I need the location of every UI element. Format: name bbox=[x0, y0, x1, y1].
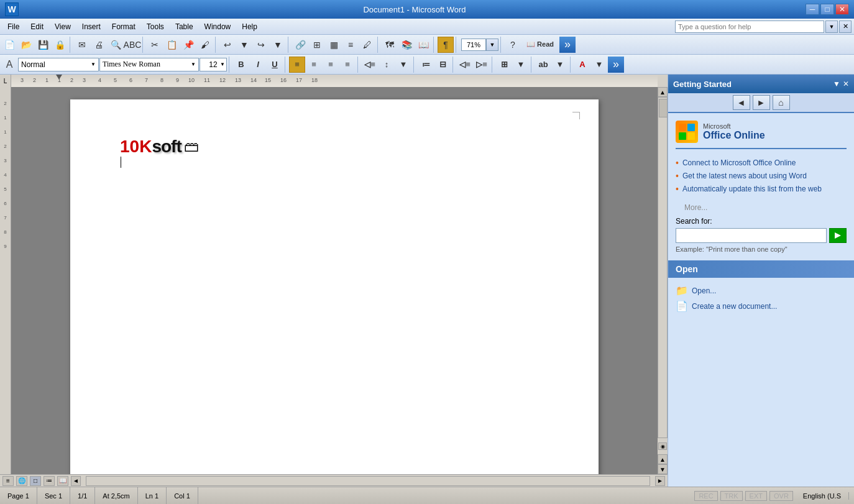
scroll-right-button[interactable]: ► bbox=[655, 476, 665, 486]
reading-view-button[interactable]: 📖 bbox=[57, 476, 68, 486]
panel-search-input[interactable] bbox=[676, 228, 827, 243]
outdent-button[interactable]: ◁≡ bbox=[362, 57, 378, 73]
expand-button[interactable]: » bbox=[559, 37, 576, 53]
scroll-thumb[interactable] bbox=[659, 99, 668, 117]
connect-link[interactable]: • Connect to Microsoft Office Online bbox=[676, 157, 847, 170]
help-dropdown-button[interactable]: ▼ bbox=[825, 21, 838, 33]
map-button[interactable]: 🗺 bbox=[382, 37, 398, 53]
new-document-button[interactable]: 📄 bbox=[1, 37, 17, 53]
menu-edit[interactable]: Edit bbox=[25, 21, 48, 32]
panel-forward-button[interactable]: ► bbox=[753, 95, 770, 110]
decrease-indent-button[interactable]: ◁≡ bbox=[457, 57, 473, 73]
underline-button[interactable]: U bbox=[267, 57, 283, 73]
bold-button[interactable]: B bbox=[233, 57, 249, 73]
reading-button[interactable]: 📖 bbox=[415, 37, 431, 53]
document-scroll-area[interactable]: 10K soft 🗃 bbox=[11, 87, 658, 474]
news-link[interactable]: • Get the latest news about using Word bbox=[676, 170, 847, 183]
menu-insert[interactable]: Insert bbox=[77, 21, 106, 32]
drawing-button[interactable]: 🖊 bbox=[359, 37, 375, 53]
spelling-button[interactable]: ABC bbox=[124, 37, 140, 53]
redo-button[interactable]: ↪ bbox=[253, 37, 269, 53]
zoom-input[interactable] bbox=[461, 39, 486, 51]
panel-home-button[interactable]: ⌂ bbox=[773, 95, 790, 110]
line-spacing-dropdown[interactable]: ▼ bbox=[395, 57, 411, 73]
bullets-button[interactable]: ≔ bbox=[418, 57, 434, 73]
save-button[interactable]: 💾 bbox=[35, 37, 51, 53]
align-right-button[interactable]: ≡ bbox=[323, 57, 339, 73]
scroll-left-button[interactable]: ◄ bbox=[71, 476, 81, 486]
show-formatting-marks-button[interactable]: ¶ bbox=[438, 37, 454, 53]
open-button[interactable]: 📂 bbox=[18, 37, 34, 53]
menu-window[interactable]: Window bbox=[200, 21, 236, 32]
open-file-link[interactable]: 📁 Open... bbox=[676, 283, 847, 298]
menu-tools[interactable]: Tools bbox=[142, 21, 169, 32]
print-preview-button[interactable]: 🔍 bbox=[108, 37, 124, 53]
font-dropdown[interactable]: Times New Roman bbox=[99, 58, 199, 71]
horizontal-scrollbar[interactable] bbox=[86, 476, 650, 486]
email-button[interactable]: ✉ bbox=[74, 37, 90, 53]
redo-dropdown-button[interactable]: ▼ bbox=[270, 37, 286, 53]
menu-file[interactable]: File bbox=[2, 21, 24, 32]
fmt-expand-button[interactable]: » bbox=[608, 57, 624, 73]
research-button[interactable]: 📚 bbox=[398, 37, 415, 53]
outline-view-button[interactable]: ≔ bbox=[44, 476, 55, 486]
style-dropdown[interactable]: Normal bbox=[18, 58, 99, 71]
print-button[interactable]: 🖨 bbox=[91, 37, 107, 53]
align-center-button[interactable]: ≡ bbox=[306, 57, 322, 73]
borders-dropdown[interactable]: ▼ bbox=[513, 57, 529, 73]
numbering-button[interactable]: ⊟ bbox=[434, 57, 451, 73]
help-search-input[interactable] bbox=[675, 21, 824, 33]
menu-view[interactable]: View bbox=[50, 21, 76, 32]
menu-help[interactable]: Help bbox=[237, 21, 262, 32]
scroll-track[interactable] bbox=[658, 97, 668, 438]
read-button[interactable]: 📖 Read bbox=[521, 37, 559, 53]
search-go-button[interactable] bbox=[829, 228, 847, 243]
undo-button[interactable]: ↩ bbox=[219, 37, 236, 53]
close-button[interactable]: ✕ bbox=[835, 4, 849, 15]
next-page-button[interactable]: ▼ bbox=[658, 464, 668, 474]
align-left-button[interactable]: ≡ bbox=[289, 57, 305, 73]
ovr-button[interactable]: OVR bbox=[769, 491, 793, 501]
font-color-button[interactable]: A bbox=[574, 57, 590, 73]
undo-dropdown-button[interactable]: ▼ bbox=[236, 37, 252, 53]
permissions-button[interactable]: 🔒 bbox=[52, 37, 68, 53]
prev-page-button[interactable]: ▲ bbox=[658, 454, 668, 464]
more-link[interactable]: More... bbox=[676, 203, 847, 212]
ext-button[interactable]: EXT bbox=[745, 491, 767, 501]
insert-table-button[interactable]: ▦ bbox=[326, 37, 342, 53]
panel-close-button[interactable]: ✕ bbox=[843, 80, 849, 88]
auto-update-link[interactable]: • Automatically update this list from th… bbox=[676, 183, 847, 196]
panel-back-button[interactable]: ◄ bbox=[733, 95, 750, 110]
help-button[interactable]: ? bbox=[505, 37, 521, 53]
italic-button[interactable]: I bbox=[250, 57, 266, 73]
columns-button[interactable]: ≡ bbox=[342, 37, 359, 53]
paste-button[interactable]: 📌 bbox=[180, 37, 196, 53]
align-justify-button[interactable]: ≡ bbox=[339, 57, 356, 73]
highlight-dropdown[interactable]: ▼ bbox=[552, 57, 568, 73]
increase-indent-button[interactable]: ▷≡ bbox=[474, 57, 490, 73]
print-layout-button[interactable]: □ bbox=[30, 476, 41, 486]
minimize-button[interactable]: ─ bbox=[806, 4, 819, 15]
hyperlink-button[interactable]: 🔗 bbox=[292, 37, 308, 53]
document-page[interactable]: 10K soft 🗃 bbox=[70, 99, 599, 474]
trk-button[interactable]: TRK bbox=[720, 491, 743, 501]
font-color-dropdown[interactable]: ▼ bbox=[591, 57, 607, 73]
maximize-button[interactable]: □ bbox=[820, 4, 834, 15]
copy-button[interactable]: 📋 bbox=[163, 37, 180, 53]
format-painter-button[interactable]: 🖌 bbox=[197, 37, 213, 53]
zoom-dropdown-button[interactable]: ▼ bbox=[486, 39, 498, 51]
help-close-button[interactable]: ✕ bbox=[839, 21, 852, 33]
font-size-dropdown[interactable]: 12 bbox=[200, 58, 227, 71]
web-layout-button[interactable]: 🌐 bbox=[16, 476, 27, 486]
line-spacing-button[interactable]: ↕ bbox=[379, 57, 395, 73]
borders-button[interactable]: ⊞ bbox=[496, 57, 512, 73]
scroll-up-button[interactable]: ▲ bbox=[658, 87, 668, 97]
cut-button[interactable]: ✂ bbox=[147, 37, 163, 53]
menu-format[interactable]: Format bbox=[107, 21, 140, 32]
highlight-button[interactable]: ab bbox=[535, 57, 551, 73]
select-browse-object-button[interactable]: ◉ bbox=[658, 442, 667, 450]
rec-button[interactable]: REC bbox=[694, 491, 717, 501]
menu-table[interactable]: Table bbox=[170, 21, 198, 32]
normal-view-button[interactable]: ≡ bbox=[2, 476, 14, 486]
create-new-link[interactable]: 📄 Create a new document... bbox=[676, 298, 847, 314]
